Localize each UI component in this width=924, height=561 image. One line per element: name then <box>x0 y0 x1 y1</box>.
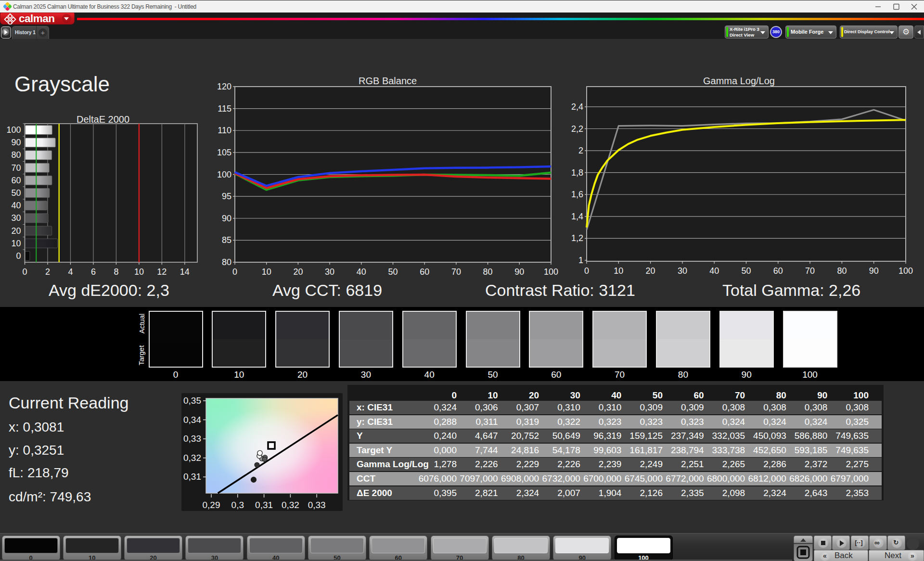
svg-text:0,29: 0,29 <box>203 500 220 510</box>
svg-text:1,8: 1,8 <box>571 168 583 178</box>
svg-text:90: 90 <box>222 214 231 223</box>
svg-text:80: 80 <box>222 257 231 267</box>
svg-text:70: 70 <box>805 266 815 276</box>
svg-text:90: 90 <box>11 138 21 147</box>
svg-text:70: 70 <box>11 163 21 173</box>
svg-text:80: 80 <box>483 267 493 277</box>
svg-text:1: 1 <box>578 255 583 265</box>
svg-text:20: 20 <box>293 267 303 277</box>
svg-text:100: 100 <box>898 266 913 276</box>
svg-text:1,4: 1,4 <box>571 212 583 221</box>
svg-text:2,4: 2,4 <box>571 102 583 112</box>
svg-text:10: 10 <box>134 267 144 277</box>
svg-text:10: 10 <box>614 266 623 276</box>
svg-text:4: 4 <box>68 267 73 277</box>
svg-text:0,33: 0,33 <box>183 434 201 444</box>
svg-text:105: 105 <box>217 148 231 157</box>
svg-text:85: 85 <box>222 235 231 245</box>
svg-text:90: 90 <box>869 266 879 276</box>
svg-text:2,2: 2,2 <box>571 124 583 134</box>
svg-text:100: 100 <box>217 170 231 179</box>
svg-text:30: 30 <box>11 213 21 223</box>
svg-text:0: 0 <box>16 251 21 261</box>
svg-text:40: 40 <box>357 267 366 277</box>
svg-text:100: 100 <box>6 125 21 135</box>
svg-text:80: 80 <box>837 266 847 276</box>
svg-text:12: 12 <box>157 267 167 277</box>
svg-text:1,2: 1,2 <box>571 233 583 243</box>
svg-text:95: 95 <box>222 191 231 201</box>
svg-text:60: 60 <box>420 267 429 277</box>
svg-text:0: 0 <box>584 266 589 276</box>
svg-text:120: 120 <box>217 82 231 91</box>
svg-text:0,31: 0,31 <box>183 472 201 482</box>
svg-text:14: 14 <box>180 267 190 277</box>
svg-text:50: 50 <box>388 267 398 277</box>
svg-text:90: 90 <box>514 267 524 277</box>
svg-text:70: 70 <box>451 267 461 277</box>
svg-text:10: 10 <box>11 239 21 248</box>
svg-text:100: 100 <box>544 267 558 277</box>
svg-text:50: 50 <box>11 188 21 198</box>
svg-text:2: 2 <box>45 267 50 277</box>
svg-text:0,3: 0,3 <box>231 500 244 510</box>
svg-text:115: 115 <box>218 104 231 114</box>
svg-text:20: 20 <box>646 266 655 276</box>
svg-text:60: 60 <box>773 266 783 276</box>
svg-text:80: 80 <box>11 150 21 160</box>
svg-text:30: 30 <box>678 266 687 276</box>
svg-text:10: 10 <box>262 267 271 277</box>
svg-text:50: 50 <box>741 266 751 276</box>
svg-text:0,32: 0,32 <box>282 500 299 510</box>
svg-text:30: 30 <box>325 267 334 277</box>
svg-text:0,31: 0,31 <box>255 500 273 510</box>
svg-text:20: 20 <box>11 226 21 236</box>
svg-text:0,35: 0,35 <box>183 395 201 406</box>
svg-text:40: 40 <box>11 201 21 210</box>
svg-text:0: 0 <box>232 267 237 277</box>
svg-text:1,6: 1,6 <box>571 190 583 199</box>
svg-text:0,34: 0,34 <box>183 415 201 425</box>
svg-text:40: 40 <box>709 266 719 276</box>
svg-text:110: 110 <box>218 126 231 135</box>
svg-text:8: 8 <box>114 267 118 277</box>
svg-text:6: 6 <box>91 267 96 277</box>
svg-text:2: 2 <box>578 146 583 155</box>
svg-text:0,33: 0,33 <box>308 500 326 510</box>
svg-text:60: 60 <box>11 176 21 185</box>
svg-text:0,32: 0,32 <box>183 453 201 463</box>
svg-text:0: 0 <box>22 267 27 277</box>
